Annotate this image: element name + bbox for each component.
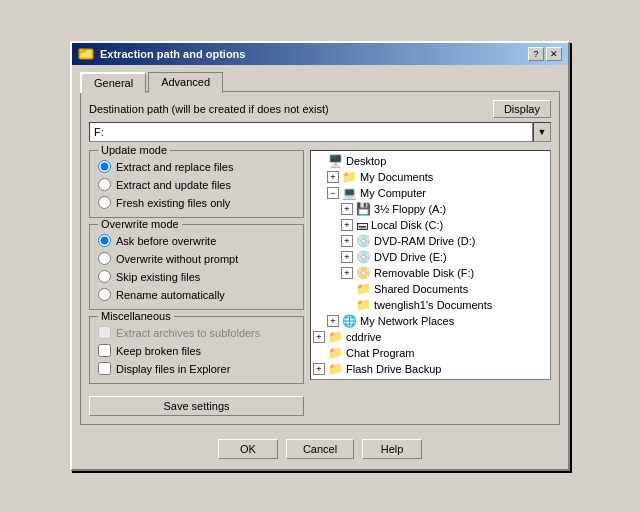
tree-item-my-computer[interactable]: − 💻 My Computer: [313, 185, 548, 201]
cb-extract-subfolders-input[interactable]: [98, 326, 111, 339]
main-row: Update mode Extract and replace files Ex…: [89, 150, 551, 416]
tab-general[interactable]: General: [80, 72, 146, 93]
extraction-dialog: Extraction path and options ? ✕ General …: [70, 41, 570, 471]
tree-item-cddrive[interactable]: + 📁 cddrive: [313, 329, 548, 345]
tree-item-shared-docs[interactable]: 📁 Shared Documents: [313, 281, 548, 297]
cb-display-explorer: Display files in Explorer: [98, 362, 295, 375]
radio-rename-auto: Rename automatically: [98, 288, 295, 301]
svg-rect-2: [79, 49, 85, 52]
save-settings-button[interactable]: Save settings: [89, 396, 304, 416]
tree-label-cddrive: cddrive: [346, 331, 381, 343]
overwrite-mode-group: Overwrite mode Ask before overwrite Over…: [89, 224, 304, 310]
left-panel: Update mode Extract and replace files Ex…: [89, 150, 304, 416]
tree-label-floppy: 3½ Floppy (A:): [374, 203, 446, 215]
hdd-c-icon: 🖴: [356, 218, 368, 232]
dialog-title: Extraction path and options: [100, 48, 245, 60]
misc-group: Miscellaneous Extract archives to subfol…: [89, 316, 304, 384]
ok-button[interactable]: OK: [218, 439, 278, 459]
tree-item-local-disk-c[interactable]: + 🖴 Local Disk (C:): [313, 217, 548, 233]
tree-item-floppy[interactable]: + 💾 3½ Floppy (A:): [313, 201, 548, 217]
overwrite-mode-label: Overwrite mode: [98, 218, 182, 230]
radio-extract-replace: Extract and replace files: [98, 160, 295, 173]
tabs: General Advanced: [80, 71, 560, 92]
tree-item-chat-program[interactable]: 📁 Chat Program: [313, 345, 548, 361]
expand-my-computer[interactable]: −: [327, 187, 339, 199]
radio-rename-auto-input[interactable]: [98, 288, 111, 301]
dest-label: Destination path (will be created if doe…: [89, 103, 329, 115]
tab-content: Destination path (will be created if doe…: [80, 91, 560, 425]
radio-fresh-existing-input[interactable]: [98, 196, 111, 209]
update-mode-group: Update mode Extract and replace files Ex…: [89, 150, 304, 218]
radio-extract-replace-input[interactable]: [98, 160, 111, 173]
cb-extract-subfolders: Extract archives to subfolders: [98, 326, 295, 339]
tree-label-chat-program: Chat Program: [346, 347, 414, 359]
expand-floppy[interactable]: +: [341, 203, 353, 215]
expand-dvd-e[interactable]: +: [341, 251, 353, 263]
tree-item-twenglish-docs[interactable]: 📁 twenglish1's Documents: [313, 297, 548, 313]
expand-cddrive[interactable]: +: [313, 331, 325, 343]
shared-docs-icon: 📁: [356, 282, 371, 296]
radio-skip-existing: Skip existing files: [98, 270, 295, 283]
tree-item-network[interactable]: + 🌐 My Network Places: [313, 313, 548, 329]
radio-overwrite-without: Overwrite without prompt: [98, 252, 295, 265]
expand-network[interactable]: +: [327, 315, 339, 327]
close-title-btn[interactable]: ✕: [546, 47, 562, 61]
radio-ask-before-label: Ask before overwrite: [116, 235, 216, 247]
tree-item-desktop[interactable]: 🖥️ Desktop: [313, 153, 548, 169]
radio-skip-existing-input[interactable]: [98, 270, 111, 283]
tree-item-dvd-e[interactable]: + 💿 DVD Drive (E:): [313, 249, 548, 265]
misc-label: Miscellaneous: [98, 310, 174, 322]
tree-label-flash-backup: Flash Drive Backup: [346, 363, 441, 375]
radio-overwrite-without-input[interactable]: [98, 252, 111, 265]
expand-flash-backup[interactable]: +: [313, 363, 325, 375]
radio-extract-update-input[interactable]: [98, 178, 111, 191]
help-title-btn[interactable]: ?: [528, 47, 544, 61]
expand-removable-f[interactable]: +: [341, 267, 353, 279]
chat-program-icon: 📁: [328, 346, 343, 360]
tree-label-dvdram-d: DVD-RAM Drive (D:): [374, 235, 475, 247]
cddrive-icon: 📁: [328, 330, 343, 344]
dest-row: Destination path (will be created if doe…: [89, 100, 551, 118]
radio-rename-auto-label: Rename automatically: [116, 289, 225, 301]
path-dropdown[interactable]: ▼: [533, 122, 551, 142]
radio-fresh-existing-label: Fresh existing files only: [116, 197, 230, 209]
floppy-icon: 💾: [356, 202, 371, 216]
usb-f-icon: 📀: [356, 266, 371, 280]
tree-label-local-disk-c: Local Disk (C:): [371, 219, 443, 231]
tree-item-flash-backup[interactable]: + 📁 Flash Drive Backup: [313, 361, 548, 377]
expand-dvdram-d[interactable]: +: [341, 235, 353, 247]
bottom-buttons: OK Cancel Help: [80, 433, 560, 461]
network-icon: 🌐: [342, 314, 357, 328]
cb-keep-broken-label: Keep broken files: [116, 345, 201, 357]
cancel-button[interactable]: Cancel: [286, 439, 354, 459]
tree-label-network: My Network Places: [360, 315, 454, 327]
title-buttons: ? ✕: [528, 47, 562, 61]
tab-advanced[interactable]: Advanced: [148, 72, 223, 93]
cb-display-explorer-label: Display files in Explorer: [116, 363, 230, 375]
update-mode-label: Update mode: [98, 144, 170, 156]
expand-local-disk-c[interactable]: +: [341, 219, 353, 231]
expand-my-documents[interactable]: +: [327, 171, 339, 183]
radio-ask-before: Ask before overwrite: [98, 234, 295, 247]
tree-item-dvdram-d[interactable]: + 💿 DVD-RAM Drive (D:): [313, 233, 548, 249]
radio-ask-before-input[interactable]: [98, 234, 111, 247]
my-documents-icon: 📁: [342, 170, 357, 184]
tree-item-removable-f[interactable]: + 📀 Removable Disk (F:): [313, 265, 548, 281]
file-tree[interactable]: 🖥️ Desktop + 📁 My Documents − 💻 My Compu…: [310, 150, 551, 380]
tree-label-removable-f: Removable Disk (F:): [374, 267, 474, 279]
radio-overwrite-without-label: Overwrite without prompt: [116, 253, 238, 265]
flash-backup-icon: 📁: [328, 362, 343, 376]
cb-keep-broken-input[interactable]: [98, 344, 111, 357]
dialog-body: General Advanced Destination path (will …: [72, 65, 568, 469]
path-row: ▼: [89, 122, 551, 142]
help-button[interactable]: Help: [362, 439, 422, 459]
tree-item-my-documents[interactable]: + 📁 My Documents: [313, 169, 548, 185]
path-input[interactable]: [89, 122, 533, 142]
title-bar: Extraction path and options ? ✕: [72, 43, 568, 65]
cb-keep-broken: Keep broken files: [98, 344, 295, 357]
tree-label-my-documents: My Documents: [360, 171, 433, 183]
display-button[interactable]: Display: [493, 100, 551, 118]
cb-display-explorer-input[interactable]: [98, 362, 111, 375]
twenglish-docs-icon: 📁: [356, 298, 371, 312]
tree-label-shared-docs: Shared Documents: [374, 283, 468, 295]
